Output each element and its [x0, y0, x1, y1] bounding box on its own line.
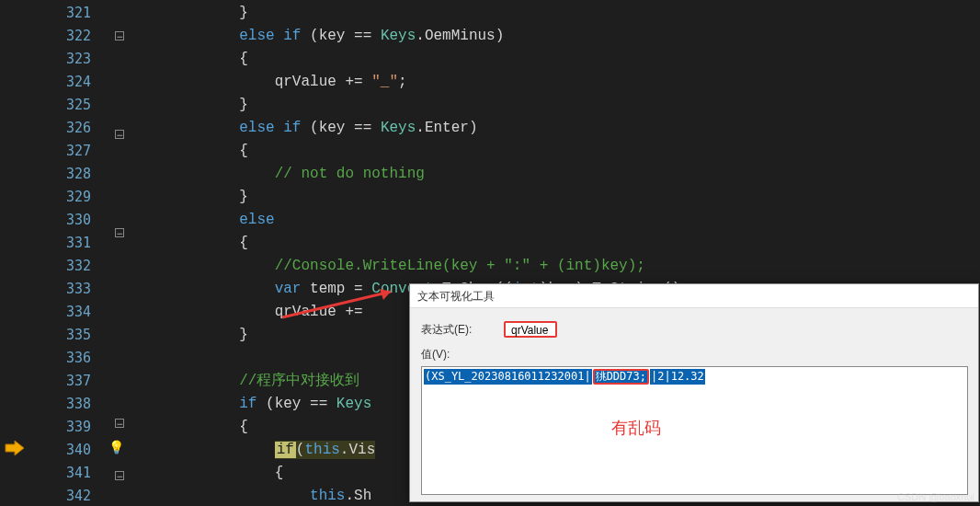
fold-toggle — [106, 366, 133, 389]
value-textarea[interactable]: (XS_YL_20230816011232001| 狣DDD73; |2|12.… — [421, 366, 968, 495]
line-number-gutter[interactable]: 3213223233243253263273283293303313323333… — [37, 0, 106, 506]
fold-toggle — [106, 320, 133, 343]
value-label: 值(V): — [421, 347, 504, 362]
fold-toggle — [106, 54, 133, 77]
line-number: 327 — [37, 140, 106, 163]
line-number: 325 — [37, 94, 106, 117]
expression-value[interactable]: qrValue — [504, 321, 557, 338]
fold-toggle[interactable] — [106, 130, 133, 153]
line-number: 335 — [37, 324, 106, 347]
indicator-margin — [0, 0, 37, 506]
svg-marker-0 — [6, 441, 24, 455]
lightbulb-icon[interactable]: 💡 — [108, 440, 123, 454]
fold-toggle[interactable] — [106, 471, 133, 494]
line-number: 330 — [37, 209, 106, 232]
fold-toggle[interactable] — [106, 31, 133, 54]
fold-toggle — [106, 77, 133, 100]
line-number: 340 — [37, 439, 106, 462]
fold-toggle — [106, 100, 133, 123]
fold-toggle[interactable] — [106, 419, 133, 442]
fold-toggle — [106, 389, 133, 412]
fold-toggle — [106, 2, 133, 25]
line-number: 338 — [37, 393, 106, 416]
fold-toggle — [106, 343, 133, 366]
line-number: 336 — [37, 347, 106, 370]
line-number: 323 — [37, 48, 106, 71]
line-number: 342 — [37, 485, 106, 506]
line-number: 332 — [37, 255, 106, 278]
line-number: 321 — [37, 2, 106, 25]
fold-toggle — [106, 297, 133, 320]
line-number: 329 — [37, 186, 106, 209]
line-number: 324 — [37, 71, 106, 94]
fold-toggle — [106, 251, 133, 274]
line-number: 333 — [37, 278, 106, 301]
value-segment: |2|12.32 — [650, 369, 705, 385]
value-segment-garbled: 狣DDD73; — [593, 369, 649, 385]
dialog-title: 文本可视化工具 — [410, 284, 978, 308]
fold-gutter[interactable] — [106, 0, 133, 506]
line-number: 331 — [37, 232, 106, 255]
fold-toggle — [106, 274, 133, 297]
execution-pointer-icon — [4, 439, 26, 457]
line-number: 328 — [37, 163, 106, 186]
fold-toggle — [106, 176, 133, 199]
text-visualizer-dialog[interactable]: 文本可视化工具 表达式(E): qrValue 值(V): (XS_YL_202… — [409, 283, 979, 502]
line-number: 326 — [37, 117, 106, 140]
current-stmt-if: if — [275, 442, 296, 458]
code-text: { — [133, 48, 980, 71]
value-segment: (XS_YL_20230816011232001| — [424, 369, 592, 385]
line-number: 334 — [37, 301, 106, 324]
watermark: CSDN @badxnui — [897, 491, 974, 502]
annotation-garbled: 有乱码 — [611, 417, 661, 439]
fold-toggle — [106, 494, 133, 506]
expression-label: 表达式(E): — [421, 322, 504, 338]
fold-toggle — [106, 153, 133, 176]
line-number: 337 — [37, 370, 106, 393]
fold-toggle — [106, 199, 133, 222]
line-number: 322 — [37, 25, 106, 48]
line-number: 341 — [37, 462, 106, 485]
code-text: } — [133, 5, 248, 21]
line-number: 339 — [37, 416, 106, 439]
kw-else-if: else if — [239, 28, 301, 44]
fold-toggle[interactable] — [106, 228, 133, 251]
